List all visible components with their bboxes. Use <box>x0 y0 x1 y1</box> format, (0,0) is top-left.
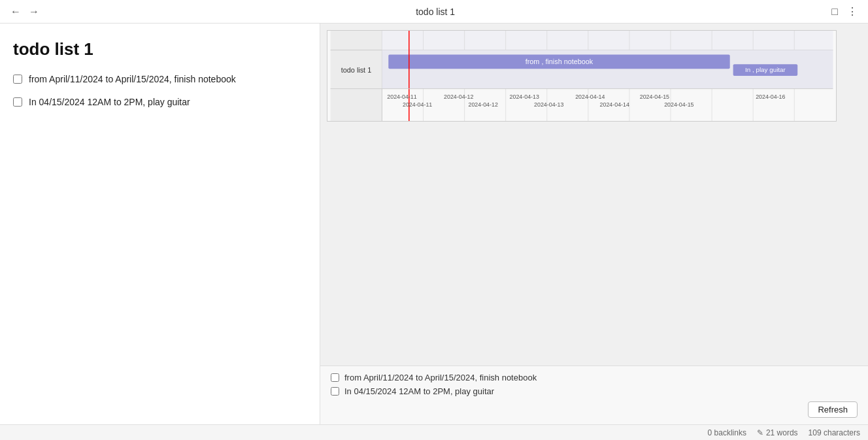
gantt-row-label: todo list 1 <box>341 66 371 74</box>
characters-status: 109 characters <box>809 428 860 437</box>
todo-checkbox-2[interactable] <box>13 97 22 107</box>
todo-text-1: from April/11/2024 to April/15/2024, fin… <box>29 73 236 86</box>
todo-checkbox-1[interactable] <box>13 75 22 84</box>
bottom-todo-item-1: from April/11/2024 to April/15/2024, fin… <box>331 373 858 382</box>
bottom-todo-text-1: from April/11/2024 to April/15/2024, fin… <box>344 373 537 382</box>
top-bar: ← → todo list 1 □ ⋮ <box>0 0 868 24</box>
doc-title: todo list 1 <box>13 39 307 59</box>
svg-text:2024-04-15: 2024-04-15 <box>640 93 669 100</box>
bottom-checkbox-2[interactable] <box>331 387 339 396</box>
gantt-bar1-label: from , finish notebook <box>526 58 593 65</box>
more-options-button[interactable]: ⋮ <box>844 4 860 19</box>
top-bar-actions: □ ⋮ <box>829 4 860 19</box>
svg-text:2024-04-14: 2024-04-14 <box>600 101 629 108</box>
bottom-todo-text-2: In 04/15/2024 12AM to 2PM, play guitar <box>344 386 494 396</box>
bottom-todo-item-2: In 04/15/2024 12AM to 2PM, play guitar <box>331 386 858 396</box>
svg-text:2024-04-14: 2024-04-14 <box>575 93 605 100</box>
edit-icon: ✎ <box>757 428 763 437</box>
characters-text: 109 characters <box>809 428 860 437</box>
svg-text:2024-04-13: 2024-04-13 <box>534 101 563 108</box>
backlinks-text: 0 backlinks <box>708 428 746 437</box>
todo-item-1: from April/11/2024 to April/15/2024, fin… <box>13 73 307 86</box>
bookmark-icon-button[interactable]: □ <box>829 4 841 19</box>
todo-text-2: In 04/15/2024 12AM to 2PM, play guitar <box>29 95 190 109</box>
svg-rect-0 <box>331 31 382 121</box>
gantt-chart: todo list 1 from , finish notebook In , … <box>327 30 837 122</box>
svg-rect-2 <box>382 31 833 50</box>
back-button[interactable]: ← <box>8 5 24 19</box>
todo-item-2: In 04/15/2024 12AM to 2PM, play guitar <box>13 95 307 109</box>
left-pane: todo list 1 from April/11/2024 to April/… <box>0 24 320 424</box>
backlinks-status: 0 backlinks <box>708 428 746 437</box>
refresh-btn-row: Refresh <box>331 401 858 418</box>
svg-text:2024-04-13: 2024-04-13 <box>510 93 539 100</box>
status-bar: 0 backlinks ✎ 21 words 109 characters <box>0 424 868 440</box>
svg-text:2024-04-12: 2024-04-12 <box>444 93 473 100</box>
nav-buttons: ← → <box>8 5 42 19</box>
document-title: todo list 1 <box>47 7 824 17</box>
svg-text:2024-04-11: 2024-04-11 <box>387 93 416 100</box>
refresh-button[interactable]: Refresh <box>808 401 858 418</box>
main-layout: todo list 1 from April/11/2024 to April/… <box>0 24 868 424</box>
gantt-area[interactable]: todo list 1 from , finish notebook In , … <box>320 24 868 365</box>
words-text: 21 words <box>766 428 798 437</box>
svg-text:2024-04-15: 2024-04-15 <box>664 101 693 108</box>
gantt-bar2-label: In , play guitar <box>745 66 786 73</box>
bottom-area: from April/11/2024 to April/15/2024, fin… <box>320 365 868 424</box>
bottom-checkbox-1[interactable] <box>331 373 339 382</box>
edit-icon-status: ✎ 21 words <box>757 428 798 437</box>
forward-button[interactable]: → <box>26 5 42 19</box>
svg-text:2024-04-16: 2024-04-16 <box>756 93 785 100</box>
svg-text:2024-04-11: 2024-04-11 <box>403 101 432 108</box>
svg-text:2024-04-12: 2024-04-12 <box>469 101 498 108</box>
right-pane: todo list 1 from , finish notebook In , … <box>320 24 868 424</box>
